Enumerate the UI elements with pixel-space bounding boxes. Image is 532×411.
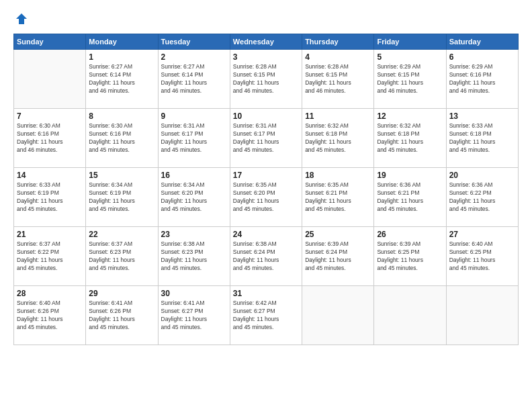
header (13, 12, 519, 26)
day-info: Sunrise: 6:27 AM Sunset: 6:14 PM Dayligh… (89, 63, 154, 95)
calendar-cell: 8Sunrise: 6:30 AM Sunset: 6:16 PM Daylig… (86, 109, 158, 168)
calendar-cell: 7Sunrise: 6:30 AM Sunset: 6:16 PM Daylig… (14, 109, 86, 168)
day-info: Sunrise: 6:30 AM Sunset: 6:16 PM Dayligh… (89, 122, 154, 154)
calendar-cell: 31Sunrise: 6:42 AM Sunset: 6:27 PM Dayli… (230, 286, 302, 345)
weekday-header-wednesday: Wednesday (230, 34, 302, 50)
day-info: Sunrise: 6:40 AM Sunset: 6:25 PM Dayligh… (449, 240, 515, 273)
calendar-cell (446, 286, 518, 345)
day-number: 17 (233, 171, 299, 180)
day-number: 20 (449, 171, 515, 180)
calendar-cell: 29Sunrise: 6:41 AM Sunset: 6:26 PM Dayli… (86, 286, 158, 345)
day-info: Sunrise: 6:37 AM Sunset: 6:23 PM Dayligh… (89, 240, 154, 273)
day-info: Sunrise: 6:36 AM Sunset: 6:22 PM Dayligh… (449, 181, 515, 214)
day-info: Sunrise: 6:38 AM Sunset: 6:23 PM Dayligh… (161, 240, 227, 273)
calendar-cell: 27Sunrise: 6:40 AM Sunset: 6:25 PM Dayli… (446, 227, 518, 286)
day-number: 8 (89, 111, 154, 121)
calendar-cell: 18Sunrise: 6:35 AM Sunset: 6:21 PM Dayli… (302, 168, 374, 227)
calendar-cell: 23Sunrise: 6:38 AM Sunset: 6:23 PM Dayli… (158, 227, 230, 286)
calendar-cell: 9Sunrise: 6:31 AM Sunset: 6:17 PM Daylig… (158, 109, 230, 168)
day-number: 1 (89, 52, 154, 62)
day-number: 22 (89, 230, 154, 239)
day-info: Sunrise: 6:38 AM Sunset: 6:24 PM Dayligh… (233, 240, 299, 273)
calendar-cell: 28Sunrise: 6:40 AM Sunset: 6:26 PM Dayli… (14, 286, 86, 345)
calendar-cell (302, 286, 374, 345)
day-info: Sunrise: 6:28 AM Sunset: 6:15 PM Dayligh… (305, 63, 371, 95)
weekday-header-friday: Friday (374, 34, 446, 50)
calendar-cell: 30Sunrise: 6:41 AM Sunset: 6:27 PM Dayli… (158, 286, 230, 345)
day-info: Sunrise: 6:35 AM Sunset: 6:20 PM Dayligh… (233, 181, 299, 214)
logo (13, 12, 28, 26)
day-number: 24 (233, 230, 299, 239)
day-number: 6 (449, 52, 515, 62)
day-number: 27 (449, 230, 515, 239)
calendar-cell: 2Sunrise: 6:27 AM Sunset: 6:14 PM Daylig… (158, 50, 230, 109)
day-info: Sunrise: 6:32 AM Sunset: 6:18 PM Dayligh… (377, 122, 443, 154)
weekday-header-tuesday: Tuesday (158, 34, 230, 50)
day-info: Sunrise: 6:40 AM Sunset: 6:26 PM Dayligh… (17, 300, 83, 332)
calendar-cell: 1Sunrise: 6:27 AM Sunset: 6:14 PM Daylig… (86, 50, 158, 109)
calendar-week-row: 28Sunrise: 6:40 AM Sunset: 6:26 PM Dayli… (14, 286, 519, 345)
day-info: Sunrise: 6:34 AM Sunset: 6:20 PM Dayligh… (161, 181, 227, 214)
calendar-cell: 17Sunrise: 6:35 AM Sunset: 6:20 PM Dayli… (230, 168, 302, 227)
calendar-cell: 22Sunrise: 6:37 AM Sunset: 6:23 PM Dayli… (86, 227, 158, 286)
day-number: 26 (377, 230, 443, 239)
calendar-cell (14, 50, 86, 109)
day-number: 9 (161, 111, 227, 121)
weekday-header-saturday: Saturday (446, 34, 518, 50)
svg-marker-0 (16, 13, 27, 24)
calendar-week-row: 14Sunrise: 6:33 AM Sunset: 6:19 PM Dayli… (14, 168, 519, 227)
day-info: Sunrise: 6:34 AM Sunset: 6:19 PM Dayligh… (89, 181, 154, 214)
day-number: 5 (377, 52, 443, 62)
calendar-week-row: 1Sunrise: 6:27 AM Sunset: 6:14 PM Daylig… (14, 50, 519, 109)
day-info: Sunrise: 6:37 AM Sunset: 6:22 PM Dayligh… (17, 240, 83, 273)
day-info: Sunrise: 6:29 AM Sunset: 6:15 PM Dayligh… (377, 63, 443, 95)
calendar-cell: 11Sunrise: 6:32 AM Sunset: 6:18 PM Dayli… (302, 109, 374, 168)
calendar-cell: 10Sunrise: 6:31 AM Sunset: 6:17 PM Dayli… (230, 109, 302, 168)
day-number: 30 (161, 289, 227, 298)
day-number: 4 (305, 52, 371, 62)
day-number: 23 (161, 230, 227, 239)
day-number: 19 (377, 171, 443, 180)
day-number: 25 (305, 230, 371, 239)
calendar-cell: 5Sunrise: 6:29 AM Sunset: 6:15 PM Daylig… (374, 50, 446, 109)
day-info: Sunrise: 6:42 AM Sunset: 6:27 PM Dayligh… (233, 300, 299, 332)
calendar-cell: 13Sunrise: 6:33 AM Sunset: 6:18 PM Dayli… (446, 109, 518, 168)
day-number: 15 (89, 171, 154, 180)
calendar-cell: 19Sunrise: 6:36 AM Sunset: 6:21 PM Dayli… (374, 168, 446, 227)
calendar-cell: 16Sunrise: 6:34 AM Sunset: 6:20 PM Dayli… (158, 168, 230, 227)
calendar-cell: 14Sunrise: 6:33 AM Sunset: 6:19 PM Dayli… (14, 168, 86, 227)
calendar-cell: 26Sunrise: 6:39 AM Sunset: 6:25 PM Dayli… (374, 227, 446, 286)
calendar-cell: 12Sunrise: 6:32 AM Sunset: 6:18 PM Dayli… (374, 109, 446, 168)
day-number: 18 (305, 171, 371, 180)
day-info: Sunrise: 6:33 AM Sunset: 6:19 PM Dayligh… (17, 181, 83, 214)
day-number: 21 (17, 230, 83, 239)
day-info: Sunrise: 6:39 AM Sunset: 6:24 PM Dayligh… (305, 240, 371, 273)
day-info: Sunrise: 6:39 AM Sunset: 6:25 PM Dayligh… (377, 240, 443, 273)
day-number: 3 (233, 52, 299, 62)
calendar-cell: 25Sunrise: 6:39 AM Sunset: 6:24 PM Dayli… (302, 227, 374, 286)
calendar-cell (374, 286, 446, 345)
day-number: 28 (17, 289, 83, 298)
day-info: Sunrise: 6:32 AM Sunset: 6:18 PM Dayligh… (305, 122, 371, 154)
day-number: 7 (17, 111, 83, 121)
day-number: 14 (17, 171, 83, 180)
day-info: Sunrise: 6:28 AM Sunset: 6:15 PM Dayligh… (233, 63, 299, 95)
page: SundayMondayTuesdayWednesdayThursdayFrid… (0, 0, 532, 411)
weekday-header-sunday: Sunday (14, 34, 86, 50)
day-number: 16 (161, 171, 227, 180)
day-info: Sunrise: 6:31 AM Sunset: 6:17 PM Dayligh… (161, 122, 227, 154)
day-number: 13 (449, 111, 515, 121)
day-info: Sunrise: 6:33 AM Sunset: 6:18 PM Dayligh… (449, 122, 515, 154)
calendar-cell: 3Sunrise: 6:28 AM Sunset: 6:15 PM Daylig… (230, 50, 302, 109)
day-info: Sunrise: 6:35 AM Sunset: 6:21 PM Dayligh… (305, 181, 371, 214)
day-number: 10 (233, 111, 299, 121)
calendar-cell: 6Sunrise: 6:29 AM Sunset: 6:16 PM Daylig… (446, 50, 518, 109)
day-number: 29 (89, 289, 154, 298)
weekday-header-row: SundayMondayTuesdayWednesdayThursdayFrid… (14, 34, 519, 50)
day-info: Sunrise: 6:30 AM Sunset: 6:16 PM Dayligh… (17, 122, 83, 154)
day-number: 2 (161, 52, 227, 62)
weekday-header-thursday: Thursday (302, 34, 374, 50)
day-number: 12 (377, 111, 443, 121)
day-number: 11 (305, 111, 371, 121)
calendar-cell: 20Sunrise: 6:36 AM Sunset: 6:22 PM Dayli… (446, 168, 518, 227)
